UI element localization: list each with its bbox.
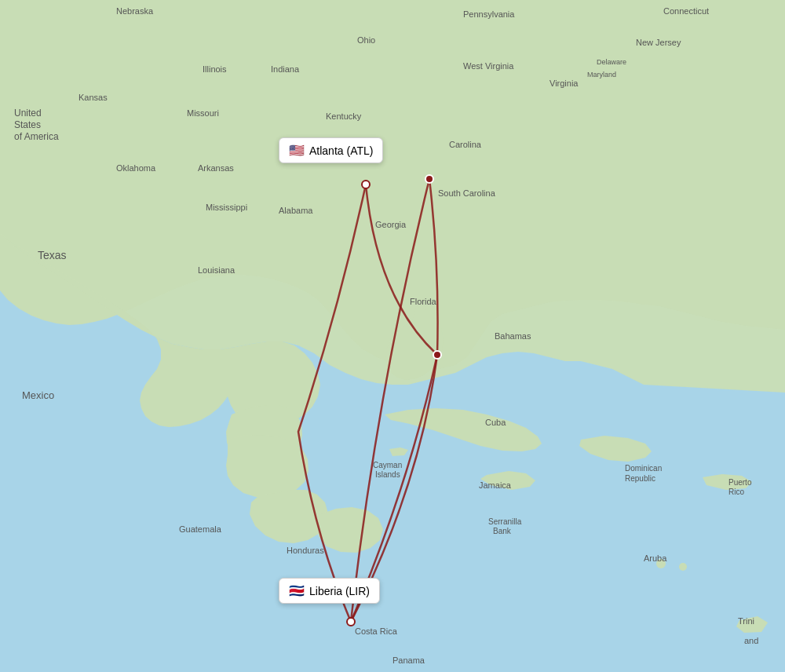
- svg-text:Texas: Texas: [38, 249, 67, 261]
- svg-text:Connecticut: Connecticut: [663, 6, 709, 16]
- svg-text:Ohio: Ohio: [357, 35, 375, 45]
- svg-text:Republic: Republic: [625, 474, 655, 483]
- svg-text:Cayman: Cayman: [373, 461, 402, 469]
- svg-text:Florida: Florida: [410, 297, 437, 306]
- svg-text:New Jersey: New Jersey: [636, 38, 681, 47]
- svg-point-2: [679, 563, 687, 571]
- cr-flag-icon: 🇨🇷: [289, 583, 305, 598]
- svg-text:Louisiana: Louisiana: [198, 265, 236, 275]
- svg-text:Georgia: Georgia: [375, 220, 407, 229]
- svg-text:Guatemala: Guatemala: [179, 524, 222, 534]
- svg-text:Illinois: Illinois: [203, 64, 227, 74]
- svg-point-49: [425, 175, 433, 183]
- svg-text:Bahamas: Bahamas: [495, 331, 531, 341]
- svg-text:Pennsylvania: Pennsylvania: [463, 9, 515, 19]
- svg-text:Costa Rica: Costa Rica: [355, 626, 398, 636]
- svg-text:Islands: Islands: [375, 470, 400, 479]
- svg-text:Rico: Rico: [728, 488, 744, 496]
- svg-text:Arkansas: Arkansas: [198, 163, 234, 173]
- svg-text:Mississippi: Mississippi: [206, 203, 247, 212]
- svg-point-50: [362, 181, 370, 188]
- svg-text:Oklahoma: Oklahoma: [116, 163, 156, 173]
- svg-text:and: and: [744, 636, 758, 645]
- svg-text:Mexico: Mexico: [22, 389, 54, 401]
- svg-text:Dominican: Dominican: [625, 464, 662, 473]
- lir-label: Liberia (LIR): [309, 585, 370, 597]
- svg-text:Kentucky: Kentucky: [326, 111, 362, 121]
- svg-text:West Virginia: West Virginia: [463, 61, 514, 71]
- svg-text:Cuba: Cuba: [485, 418, 506, 427]
- svg-text:Nebraska: Nebraska: [116, 6, 154, 16]
- svg-point-52: [347, 618, 355, 626]
- svg-text:South Carolina: South Carolina: [438, 188, 496, 198]
- us-flag-icon: 🇺🇸: [289, 143, 305, 158]
- atl-label: Atlanta (ATL): [309, 144, 373, 157]
- svg-text:Trini: Trini: [738, 616, 754, 626]
- svg-text:Bank: Bank: [493, 527, 512, 535]
- svg-text:Honduras: Honduras: [287, 546, 324, 555]
- lir-tooltip[interactable]: 🇨🇷 Liberia (LIR): [279, 578, 380, 604]
- svg-text:Jamaica: Jamaica: [479, 480, 512, 490]
- svg-text:Indiana: Indiana: [271, 64, 300, 74]
- map-container: Nebraska Pennsylvania Connecticut Ohio N…: [0, 0, 785, 672]
- svg-point-51: [433, 351, 441, 359]
- svg-text:Carolina: Carolina: [449, 140, 482, 149]
- svg-text:Virginia: Virginia: [550, 79, 579, 88]
- svg-text:Aruba: Aruba: [644, 553, 667, 563]
- svg-text:Panama: Panama: [392, 656, 425, 665]
- map-svg: Nebraska Pennsylvania Connecticut Ohio N…: [0, 0, 785, 672]
- svg-text:States: States: [14, 119, 41, 130]
- svg-text:Maryland: Maryland: [587, 71, 616, 79]
- svg-text:Delaware: Delaware: [597, 58, 626, 66]
- svg-text:of America: of America: [14, 131, 59, 142]
- atl-tooltip[interactable]: 🇺🇸 Atlanta (ATL): [279, 137, 383, 163]
- svg-text:Serranilla: Serranilla: [488, 517, 522, 526]
- svg-text:Alabama: Alabama: [279, 206, 313, 215]
- svg-text:United: United: [14, 108, 42, 119]
- svg-text:Puerto: Puerto: [728, 478, 752, 487]
- svg-text:Missouri: Missouri: [187, 108, 219, 118]
- svg-text:Kansas: Kansas: [78, 93, 108, 102]
